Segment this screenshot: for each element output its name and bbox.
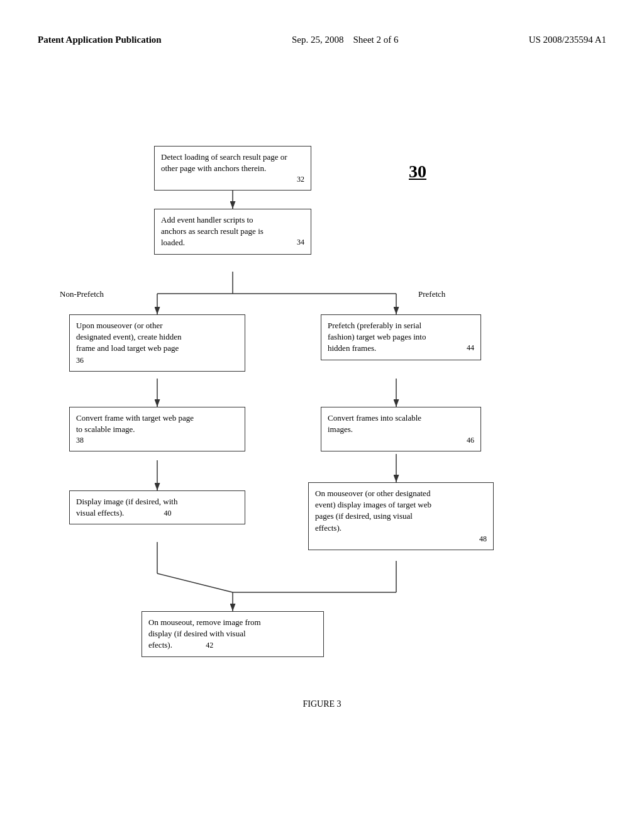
box-34: Add event handler scripts toanchors as s… xyxy=(154,209,311,255)
box-40: Display image (if desired, withvisual ef… xyxy=(69,490,245,524)
figure-number: 30 xyxy=(409,162,426,182)
page: Patent Application Publication Sep. 25, … xyxy=(0,0,644,830)
box-42: On mouseout, remove image fromdisplay (i… xyxy=(142,611,324,657)
box-44: Prefetch (preferably in serialfashion) t… xyxy=(321,314,481,360)
diagram: 30 Detect loading of search result page … xyxy=(0,64,644,787)
publication-date: Sep. 25, 2008 Sheet 2 of 6 xyxy=(292,35,399,45)
box-36: Upon mouseover (or otherdesignated event… xyxy=(69,314,245,372)
svg-line-12 xyxy=(157,573,233,592)
publication-number: US 2008/235594 A1 xyxy=(529,35,606,45)
box-46: Convert frames into scalableimages. 46 xyxy=(321,407,481,451)
publication-title: Patent Application Publication xyxy=(38,35,162,45)
box-48: On mouseover (or other designatedevent) … xyxy=(308,482,494,550)
non-prefetch-label: Non-Prefetch xyxy=(60,289,104,299)
header: Patent Application Publication Sep. 25, … xyxy=(0,0,644,58)
box-32: Detect loading of search result page or … xyxy=(154,146,311,191)
prefetch-label: Prefetch xyxy=(418,289,445,299)
figure-caption: FIGURE 3 xyxy=(0,699,644,709)
box-38: Convert frame with target web pageto sca… xyxy=(69,407,245,451)
